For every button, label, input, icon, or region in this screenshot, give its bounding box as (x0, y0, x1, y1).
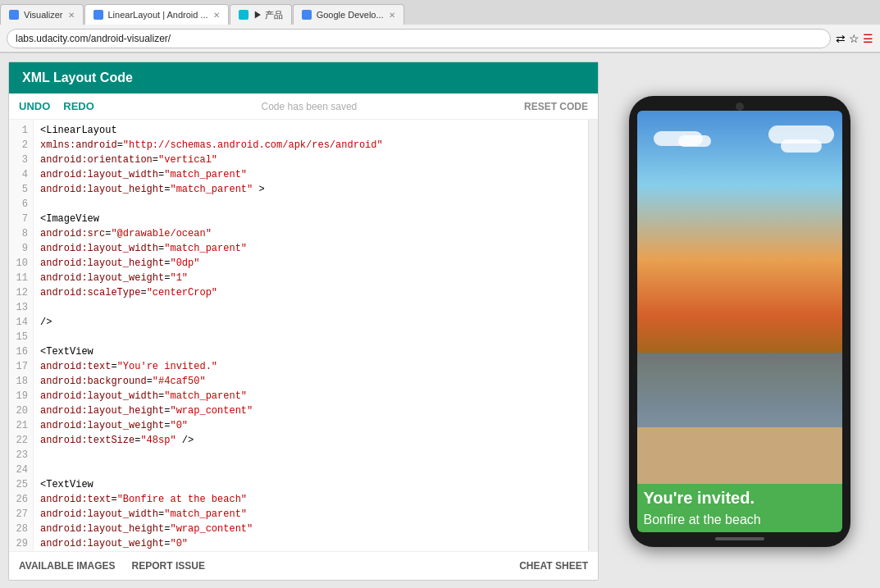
report-issue-link[interactable]: REPORT ISSUE (132, 560, 205, 572)
tab-visualizer[interactable]: Visualizer ✕ (0, 4, 84, 25)
saved-message: Code has been saved (107, 101, 511, 112)
tab-icon-google (302, 10, 312, 20)
phone-screen: You're invited. Bonfire at the beach (637, 111, 842, 532)
tab-bar: Visualizer ✕ LinearLayout | Android ... … (0, 0, 880, 25)
tab-label-google: Google Develo... (317, 10, 384, 20)
tab-icon-linearlayout (93, 10, 103, 20)
cloud-2 (678, 135, 711, 147)
editor-footer: AVAILABLE IMAGES REPORT ISSUE CHEAT SHEE… (9, 551, 598, 580)
main-content: XML Layout Code UNDO REDO Code has been … (0, 53, 880, 588)
address-icons: ⇄ ☆ ☰ (836, 32, 873, 45)
undo-button[interactable]: UNDO (19, 100, 50, 112)
scrollbar[interactable] (588, 120, 598, 551)
tab-products[interactable]: ▶ 产品 (230, 4, 292, 25)
menu-icon[interactable]: ☰ (863, 32, 873, 45)
phone-text-area-2: Bonfire at the beach (637, 513, 842, 532)
tab-label-visualizer: Visualizer (24, 10, 63, 20)
tab-linearlayout[interactable]: LinearLayout | Android ... ✕ (84, 4, 229, 25)
editor-title: XML Layout Code (22, 71, 133, 84)
phone-panel: You're invited. Bonfire at the beach (607, 62, 872, 581)
tab-close-linearlayout[interactable]: ✕ (213, 11, 220, 20)
phone-text-area-1: You're invited. (637, 484, 842, 513)
phone-text-bonfire: Bonfire at the beach (644, 513, 761, 526)
reset-button[interactable]: RESET CODE (524, 101, 588, 112)
phone-camera (736, 103, 744, 111)
editor-panel: XML Layout Code UNDO REDO Code has been … (8, 62, 599, 581)
available-images-link[interactable]: AVAILABLE IMAGES (19, 560, 116, 572)
translate-icon[interactable]: ⇄ (836, 32, 846, 45)
tab-icon-visualizer (9, 10, 19, 20)
phone-image-view (637, 111, 842, 484)
bookmark-icon[interactable]: ☆ (849, 32, 859, 45)
tab-close-visualizer[interactable]: ✕ (68, 11, 75, 20)
address-bar: ⇄ ☆ ☰ (0, 25, 880, 52)
code-editor[interactable]: <LinearLayout xmlns:android="http://sche… (34, 120, 588, 551)
editor-toolbar: UNDO REDO Code has been saved RESET CODE (9, 93, 598, 120)
editor-header: XML Layout Code (9, 62, 598, 93)
redo-button[interactable]: REDO (63, 100, 94, 112)
tab-google[interactable]: Google Develo... ✕ (293, 4, 404, 25)
tab-close-google[interactable]: ✕ (389, 11, 395, 20)
address-input[interactable] (7, 29, 831, 48)
tab-label-linearlayout: LinearLayout | Android ... (108, 10, 208, 20)
phone-home-bar (715, 537, 764, 540)
cloud-4 (781, 139, 822, 153)
tab-label-products: ▶ 产品 (253, 9, 283, 21)
phone-device: You're invited. Bonfire at the beach (629, 96, 850, 547)
cheat-sheet-link[interactable]: CHEAT SHEET (519, 560, 588, 572)
tab-icon-products (239, 10, 248, 20)
code-area: 1234567891011121314151617181920212223242… (9, 120, 598, 551)
line-numbers: 1234567891011121314151617181920212223242… (9, 120, 34, 551)
phone-text-invited: You're invited. (644, 489, 836, 508)
browser-chrome: Visualizer ✕ LinearLayout | Android ... … (0, 0, 880, 53)
